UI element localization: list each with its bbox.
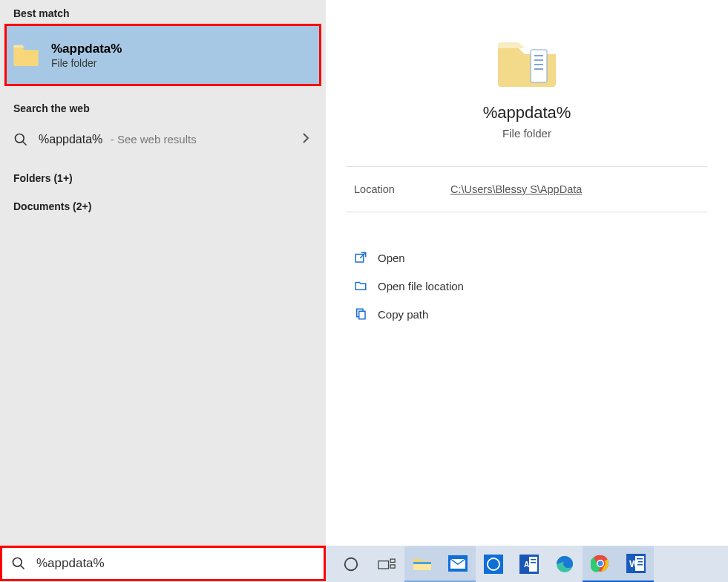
location-path-link[interactable]: C:\Users\Blessy S\AppData (450, 183, 582, 195)
search-icon (13, 132, 28, 147)
svg-rect-2 (531, 50, 547, 82)
svg-point-29 (598, 560, 603, 566)
preview-pane: %appdata% File folder Location C:\Users\… (326, 0, 728, 546)
open-action-label: Open (378, 252, 405, 264)
search-icon (11, 556, 26, 571)
chrome-taskbar[interactable] (583, 546, 618, 582)
folders-category[interactable]: Folders (1+) (0, 159, 326, 186)
svg-line-11 (21, 566, 24, 569)
svg-rect-23 (531, 559, 536, 560)
svg-rect-14 (390, 559, 395, 562)
open-icon (354, 251, 367, 264)
svg-rect-9 (359, 311, 365, 319)
svg-rect-24 (531, 562, 536, 563)
svg-text:W: W (629, 558, 639, 569)
cortana-icon (343, 556, 359, 572)
search-input[interactable] (35, 555, 315, 572)
word-taskbar[interactable]: W (618, 546, 654, 582)
best-match-text: %appdata% File folder (51, 42, 122, 69)
dell-app-taskbar[interactable] (476, 547, 511, 581)
svg-line-1 (23, 142, 27, 146)
preview-subtitle: File folder (326, 127, 728, 140)
copy-path-label: Copy path (378, 308, 428, 321)
divider (347, 212, 707, 212)
edge-taskbar[interactable] (547, 547, 583, 581)
edge-icon (555, 555, 574, 574)
location-label: Location (354, 183, 450, 195)
web-query-text: %appdata% (39, 133, 102, 146)
word-alt-icon: A (519, 555, 539, 574)
file-explorer-icon (413, 555, 432, 572)
web-query-suffix: - See web results (111, 133, 197, 146)
search-box[interactable] (0, 546, 326, 581)
task-view-button[interactable] (369, 547, 404, 581)
best-match-header: Best match (0, 0, 326, 24)
folder-location-icon (354, 279, 367, 292)
mail-icon (448, 555, 468, 572)
svg-rect-15 (390, 564, 395, 567)
mail-taskbar[interactable] (440, 546, 476, 582)
open-file-location-label: Open file location (378, 280, 464, 292)
svg-text:A: A (524, 560, 529, 569)
chrome-icon (591, 554, 610, 573)
file-explorer-taskbar[interactable] (404, 546, 440, 582)
chevron-right-icon (302, 133, 312, 146)
copy-icon (354, 307, 367, 321)
taskbar: A W (326, 546, 728, 582)
folder-large-icon (493, 33, 560, 90)
start-search-panel: Best match %appdata% File folder Search … (0, 0, 728, 546)
svg-rect-19 (484, 555, 503, 574)
cortana-button[interactable] (333, 547, 369, 581)
svg-point-0 (16, 134, 24, 143)
results-pane: Best match %appdata% File folder Search … (0, 0, 326, 546)
task-view-icon (378, 557, 396, 572)
open-action[interactable]: Open (326, 243, 728, 272)
documents-category[interactable]: Documents (2+) (0, 186, 326, 214)
search-web-header: Search the web (0, 86, 326, 120)
svg-point-10 (13, 558, 22, 567)
folder-icon (11, 40, 41, 70)
svg-rect-17 (413, 562, 431, 564)
copy-path-action[interactable]: Copy path (326, 300, 728, 328)
web-result-row[interactable]: %appdata% - See web results (0, 120, 326, 159)
open-file-location-action[interactable]: Open file location (326, 272, 728, 300)
svg-point-12 (345, 558, 358, 570)
svg-rect-13 (378, 560, 389, 568)
dell-icon (484, 555, 503, 574)
word-icon: W (626, 554, 646, 573)
preview-title: %appdata% (326, 103, 728, 122)
word-app-taskbar[interactable]: A (511, 547, 547, 581)
best-match-result[interactable]: %appdata% File folder (4, 24, 321, 86)
result-title: %appdata% (51, 42, 122, 56)
result-subtitle: File folder (51, 57, 122, 69)
